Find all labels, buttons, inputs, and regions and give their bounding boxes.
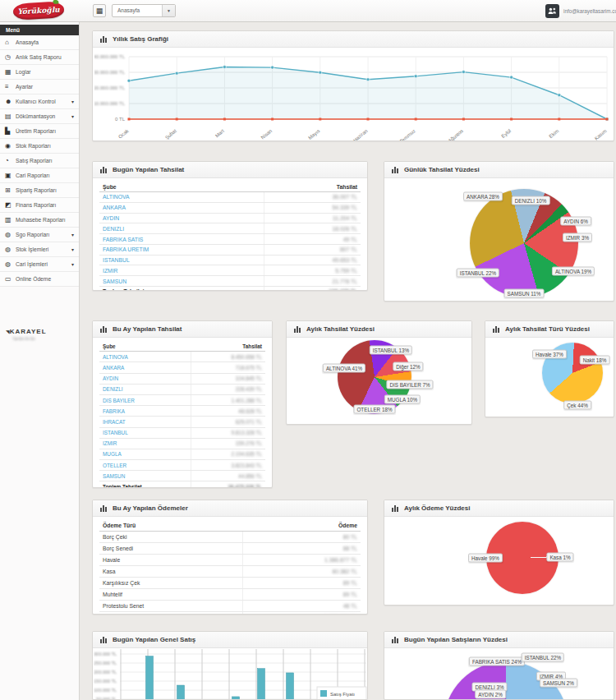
- grid-toggle-button[interactable]: ▦: [93, 4, 106, 17]
- svg-text:20.000.000 TL: 20.000.000 TL: [94, 85, 126, 90]
- branch-link[interactable]: FABRIKA SATIS: [103, 237, 143, 242]
- table-row: FABRIKA URETIM807 TL: [99, 244, 361, 255]
- branch-link[interactable]: FABRIKA: [103, 408, 125, 414]
- chevron-down-icon: ▾: [71, 232, 74, 237]
- branch-link[interactable]: ANKARA: [103, 365, 124, 371]
- branch-link[interactable]: IZMIR: [103, 440, 117, 446]
- masked-value: 104.845 TL: [236, 375, 262, 381]
- sidebar-item[interactable]: ▥Muhasebe Raporları: [0, 213, 79, 228]
- table-row: Muhtelif89 TL: [99, 589, 361, 601]
- chart-icon: [392, 166, 399, 173]
- branch-link[interactable]: OTELLER: [103, 463, 126, 468]
- branch-link[interactable]: ALTINOVA: [103, 194, 130, 200]
- column-header: Tahsilat: [264, 182, 361, 192]
- table-row: Kasa60.382 TL: [99, 566, 361, 578]
- daily-collection-pie: [470, 189, 578, 297]
- masked-value: 49.653 TL: [333, 257, 358, 263]
- branch-link[interactable]: FABRIKA URETIM: [103, 246, 149, 252]
- sidebar-header: Menü: [0, 25, 79, 35]
- pie-label: MUGLA 10%: [384, 395, 421, 404]
- branch-link[interactable]: ANKARA: [103, 205, 126, 210]
- sidebar-item[interactable]: ◍Stok İşlemleri▾: [0, 242, 79, 257]
- svg-text:50.000 TL: 50.000 TL: [96, 697, 117, 700]
- book-icon: ▥: [5, 216, 16, 223]
- branch-link[interactable]: DIS BAYILER: [103, 398, 135, 403]
- branch-link[interactable]: IZMIR: [103, 268, 118, 274]
- table-row: DENIZLI18.026 TL: [99, 223, 361, 234]
- pie-label: ALTINOVA 19%: [552, 267, 595, 276]
- branch-link[interactable]: ISTANBUL: [103, 257, 130, 263]
- briefcase-icon: ▣: [5, 172, 16, 179]
- pie-label: FABRIKA SATIS 24%: [469, 657, 525, 666]
- sidebar-item[interactable]: ◉Stok Raporları: [0, 139, 79, 154]
- sidebar-item[interactable]: ▦Loglar: [0, 65, 79, 80]
- table-header-row: ŞubeTahsilat: [99, 182, 361, 192]
- masked-value: 9.813.328 TL: [231, 430, 262, 435]
- yorukoglu-logo: Yörükoğlu: [13, 1, 65, 20]
- table-row: FABRIKA SATIS49 TL: [99, 234, 361, 245]
- masked-value: 88 TL: [343, 546, 357, 551]
- svg-text:250.000 TL: 250.000 TL: [94, 661, 117, 665]
- chart-icon: [392, 636, 399, 643]
- sidebar-item[interactable]: ◔Satış Raporları: [0, 154, 79, 168]
- sidebar-item[interactable]: ☻Kullanıcı Kontrol▾: [0, 94, 79, 109]
- branch-link[interactable]: ALTINOVA: [103, 354, 128, 360]
- table-row: SAMSUN21.776 TL: [99, 276, 361, 287]
- branch-link[interactable]: ISTANBUL: [103, 430, 128, 435]
- sidebar-item[interactable]: ▙Üretim Raporları: [0, 124, 79, 139]
- svg-text:Ağustos: Ağustos: [448, 128, 464, 140]
- sidebar-item[interactable]: ◷Anlık Satış Raporu: [0, 50, 79, 65]
- branch-link[interactable]: SAMSUN: [103, 279, 126, 284]
- branch-link[interactable]: AYDIN: [103, 215, 119, 221]
- branch-link[interactable]: AYDIN: [103, 375, 118, 381]
- chevron-down-icon: ▾: [71, 113, 74, 119]
- svg-text:30.000.000 TL: 30.000.000 TL: [94, 70, 126, 75]
- sidebar-item[interactable]: ▭Online Ödeme: [0, 272, 79, 287]
- pie-label: OTELLER 18%: [353, 405, 395, 414]
- chevron-down-icon: ▼: [162, 5, 175, 16]
- panel-collection-type-pct: Aylık Tahsilat Türü Yüzdesi Havale 37% N…: [485, 320, 614, 417]
- sidebar-item[interactable]: ⊞Sipariş Raporları: [0, 183, 79, 198]
- svg-text:200.000 TL: 200.000 TL: [94, 670, 117, 675]
- sidebar-item-label: Stok İşlemleri: [16, 246, 48, 252]
- pie-label: ISTANBUL 13%: [370, 346, 412, 355]
- masked-value: 89 TL: [343, 580, 357, 586]
- table-total-row: Toplam Ödeme1.358.858 TL: [99, 612, 361, 615]
- masked-value: 48.628 TL: [238, 408, 262, 414]
- sidebar-item[interactable]: ◍Cari İşlemleri▾: [0, 257, 79, 272]
- sidebar-item[interactable]: ⌂Anasayfa: [0, 35, 79, 50]
- row-label: Borç Senedi: [103, 546, 133, 551]
- branch-link[interactable]: DENIZLI: [103, 386, 123, 392]
- users-icon: ☻: [5, 98, 16, 105]
- chevron-down-icon: ▾: [71, 261, 74, 267]
- svg-text:Kasım: Kasım: [594, 128, 608, 140]
- masked-value: 718.675 TL: [236, 365, 262, 371]
- branch-link[interactable]: MUGLA: [103, 451, 122, 457]
- branch-link[interactable]: SAMSUN: [103, 473, 125, 479]
- sidebar-item[interactable]: ◍Sgo Raporları▾: [0, 228, 79, 242]
- chart-icon: [294, 325, 301, 333]
- panel-title: Bugün Yapılan Satışların Yüzdesi: [404, 636, 508, 643]
- pie-label: ALTINOVA 41%: [323, 364, 365, 373]
- column-header: Şube: [99, 341, 191, 352]
- sidebar-item-label: Cari Raporları: [16, 173, 50, 178]
- pie-label: Havale 37%: [532, 350, 567, 359]
- table-row: AYDIN11.204 TL: [99, 213, 361, 223]
- pie-label: ISTANBUL 22%: [522, 653, 564, 662]
- sidebar-item[interactable]: ▤Dökümantasyon▾: [0, 109, 79, 124]
- masked-value: 159.276 TL: [236, 440, 262, 446]
- sidebar-item[interactable]: ▣Cari Raporları: [0, 168, 79, 183]
- panel-daily-collection-pct: Günlük Tahsilat Yüzdesi ANKARA 28% DENIZ…: [384, 161, 614, 302]
- chart-icon: [493, 325, 500, 333]
- svg-text:10.000.000 TL: 10.000.000 TL: [94, 101, 126, 106]
- sidebar-item-label: Üretim Raporları: [16, 128, 56, 134]
- panel-month-collection: Bu Ay Yapılan Tahsilat ŞubeTahsilatALTIN…: [92, 320, 273, 488]
- page-select[interactable]: Anasayfa ▼: [112, 4, 176, 17]
- account-email[interactable]: info@karayeltasarim.com: [563, 8, 616, 14]
- panel-today-sales: Bugün Yapılan Genel Satış 300.000 TL250.…: [92, 631, 368, 700]
- branch-link[interactable]: DENIZLI: [103, 226, 124, 232]
- branch-link[interactable]: IHRACAT: [103, 419, 126, 425]
- sidebar-item[interactable]: ◩Finans Raporları: [0, 198, 79, 213]
- users-icon[interactable]: [545, 4, 559, 18]
- sidebar-item[interactable]: ≡Ayarlar: [0, 80, 79, 94]
